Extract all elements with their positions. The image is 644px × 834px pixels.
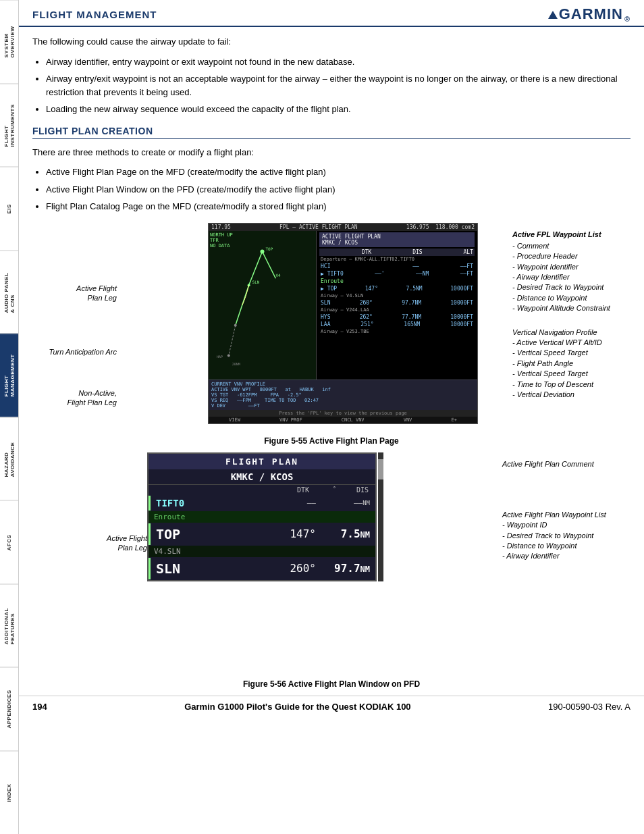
flight-path-svg: TOP SLN V4 HAP 20NM	[209, 231, 316, 380]
pfd-row-v4sln: V4.SLN	[149, 546, 375, 557]
softkey-vnv-prof[interactable]: VNV PROF	[279, 417, 302, 423]
label-active-flight-plan-leg-55: Active FlightPlan Leg	[76, 284, 117, 303]
sidebar-item-flight-instruments[interactable]: FLIGHTINSTRUMENTS	[0, 84, 18, 167]
pfd-dis-tift0: ——NM	[316, 498, 370, 507]
sidebar-item-afcs[interactable]: AFCS	[0, 500, 18, 584]
pfd-route: KMKC / KCOS	[149, 469, 375, 485]
sidebar-item-appendices[interactable]: APPENDICES	[0, 667, 18, 751]
sidebar-item-flight-management[interactable]: FLIGHTMANAGEMENT	[0, 334, 18, 417]
pfd-scrollbar[interactable]	[378, 452, 383, 581]
svg-text:V4: V4	[275, 273, 281, 278]
label-active-fpl-comment: Active Flight Plan Comment	[502, 459, 630, 469]
svg-point-7	[227, 354, 230, 357]
fpl-right-annotations: Active FPL Waypoint List - Comment - Pro…	[512, 230, 630, 400]
pfd-wpt-sln: SLN	[156, 561, 275, 577]
fpl-softkeys: VIEW VNV PROF CNCL VNV VNV E+	[209, 417, 477, 423]
fpl-plan-header: ACTIVE FLIGHT PLANKMKC / KCOS	[319, 232, 475, 247]
fpl-vnav: CURRENT VNV PROFILE ACTIVE VNV WPT 8000F…	[209, 380, 477, 410]
figure-55-container: Active FlightPlan Leg Turn Anticipation …	[32, 223, 630, 432]
pfd-window: FLIGHT PLAN KMKC / KCOS DTK° DIS TIFT0 —…	[147, 452, 377, 581]
svg-point-4	[261, 249, 265, 253]
sidebar-item-audio-panel[interactable]: AUDIO PANEL& CNS	[0, 251, 18, 334]
label-altitude-constraint: - Waypoint Altitude Constraint	[512, 303, 630, 313]
svg-text:20NM: 20NM	[232, 362, 240, 366]
section-heading-fpl-creation: FLIGHT PLAN CREATION	[32, 126, 630, 139]
pfd-row-tift0: TIFT0 —— ——NM	[149, 496, 375, 511]
garmin-logo-text: GARMIN	[559, 5, 623, 23]
sidebar-item-system-overview[interactable]: SYSTEMOVERVIEW	[0, 0, 18, 84]
pfd-row-enroute: Enroute	[149, 511, 375, 523]
page-number: 194	[32, 702, 47, 712]
fpl-col-headers: DTKDISALT	[319, 249, 475, 256]
pfd-wpt-top: TOP	[156, 526, 275, 542]
fpl-row-airway-v244: Airway – V244.LAA	[319, 307, 475, 313]
fpl-row-sln: SLN260°97.7NM10000FT	[319, 299, 475, 307]
fail-reason-3: Loading the new airway sequence would ex…	[46, 103, 630, 116]
fpl-right-panel: ACTIVE FLIGHT PLANKMKC / KCOS DTKDISALT …	[317, 231, 477, 380]
fpl-map: NORTH UPTFRNO DATA	[209, 231, 317, 380]
pfd-wpt-tift0: TIFT0	[156, 498, 275, 509]
label-desired-track: - Desired Track to Waypoint	[512, 282, 630, 292]
page-title: FLIGHT MANAGEMENT	[32, 9, 157, 20]
pfd-dtk-tift0: ——	[275, 498, 316, 507]
label-distance: - Distance to Waypoint	[512, 293, 630, 303]
label-active-fpl-waypoint-list-56: Active Flight Plan Waypoint List - Waypo…	[502, 510, 630, 562]
pfd-window-56: FLIGHT PLAN KMKC / KCOS DTK° DIS TIFT0 —…	[147, 452, 377, 581]
figure-55-caption: Figure 5-55 Active Flight Plan Page	[32, 436, 630, 446]
pfd-dis-sln: 97.7NM	[316, 562, 370, 575]
pfd-row-sln: SLN 260° 97.7NM	[149, 558, 375, 579]
fpl-top-bar: 117.95 FPL – ACTIVE FLIGHT PLAN 136.975 …	[209, 224, 477, 231]
method-3: Flight Plan Catalog Page on the MFD (cre…	[46, 200, 630, 213]
pfd-col-headers: DTK° DIS	[149, 485, 375, 495]
sidebar-item-hazard-avoidance[interactable]: HAZARDAVOIDANCE	[0, 417, 18, 501]
fail-reasons-list: Airway identifier, entry waypoint or exi…	[46, 55, 630, 116]
fpl-right-annotations-56: Active Flight Plan Comment Active Flight…	[502, 459, 630, 562]
label-waypoint-identifier: - Waypoint Identifier	[512, 262, 630, 272]
fail-reason-2: Airway entry/exit waypoint is not an acc…	[46, 72, 630, 99]
softkey-cncl-vnv[interactable]: CNCL VNV	[342, 417, 365, 423]
content-area: The following could cause the airway upd…	[19, 35, 644, 689]
softkey-eplus[interactable]: E+	[451, 417, 456, 423]
pfd-col-dis: DIS	[356, 486, 369, 494]
fpl-row-laa: LAA251°165NM10000FT	[319, 321, 475, 328]
label-vnav-profile: Vertical Navigation Profile - Active Ver…	[512, 328, 630, 400]
label-procedure-header: - Procedure Header	[512, 251, 630, 261]
sidebar-item-additional-features[interactable]: ADDITIONALFEATURES	[0, 584, 18, 668]
softkey-view[interactable]: VIEW	[229, 417, 240, 423]
softkey-vnv[interactable]: VNV	[404, 417, 412, 423]
method-2: Active Flight Plan Window on the PFD (cr…	[46, 183, 630, 197]
pfd-scrollbar-thumb	[378, 459, 383, 479]
svg-line-2	[229, 325, 236, 355]
garmin-triangle-icon	[548, 11, 558, 19]
method-1: Active Flight Plan Page on the MFD (crea…	[46, 165, 630, 179]
fpl-row-airway-v253: Airway – V253.TBE	[319, 328, 475, 335]
pfd-row-top: TOP 147° 7.5NM	[149, 523, 375, 545]
label-active-flight-plan-leg-56-wrapper: Active FlightPlan Leg	[32, 533, 147, 553]
fpl-row-enroute: Enroute	[319, 278, 475, 285]
label-active-flight-plan-leg-56: Active FlightPlan Leg	[32, 533, 147, 553]
label-turn-anticipation-arc: Turn Anticipation Arc	[49, 348, 117, 356]
page-header: FLIGHT MANAGEMENT GARMIN®	[19, 0, 644, 27]
svg-point-6	[234, 323, 237, 326]
fpl-freq-right: 136.975 118.000 com2	[406, 224, 475, 230]
intro-paragraph: The following could cause the airway upd…	[32, 35, 630, 49]
fpl-screen-55: 117.95 FPL – ACTIVE FLIGHT PLAN 136.975 …	[120, 223, 390, 424]
label-active-fpl-waypoint-list: Active FPL Waypoint List	[512, 230, 630, 240]
fpl-row-airway-v4: Airway – V4.SLN	[319, 292, 475, 299]
fpl-row-hys: HYS262°77.7NM10000FT	[319, 313, 475, 321]
garmin-logo: GARMIN®	[548, 5, 630, 23]
fpl-row-top: ▶ TOP147°7.5NM10000FT	[319, 285, 475, 292]
pfd-airway-v4sln: V4.SLN	[154, 547, 370, 556]
label-airway-identifier: - Airway Identifier	[512, 272, 630, 282]
svg-text:TOP: TOP	[265, 246, 273, 251]
label-non-active-leg: Non-Active,Flight Plan Leg	[68, 388, 117, 408]
figure-56-caption: Figure 5-56 Active Flight Plan Window on…	[32, 679, 630, 689]
pfd-title: FLIGHT PLAN	[149, 454, 375, 469]
fpl-bottom-bar: Press the 'FPL' key to view the previous…	[209, 410, 477, 417]
pfd-enroute-label: Enroute	[154, 513, 370, 521]
sidebar-item-index[interactable]: INDEX	[0, 751, 18, 835]
fpl-departure: Departure – KMKC-ALL.TIFT02.TIFT0	[319, 256, 475, 263]
sidebar-item-eis[interactable]: EIS	[0, 167, 18, 251]
fpl-row-hci: HCI————FT	[319, 263, 475, 270]
doc-title: Garmin G1000 Pilot's Guide for the Quest…	[184, 702, 410, 712]
